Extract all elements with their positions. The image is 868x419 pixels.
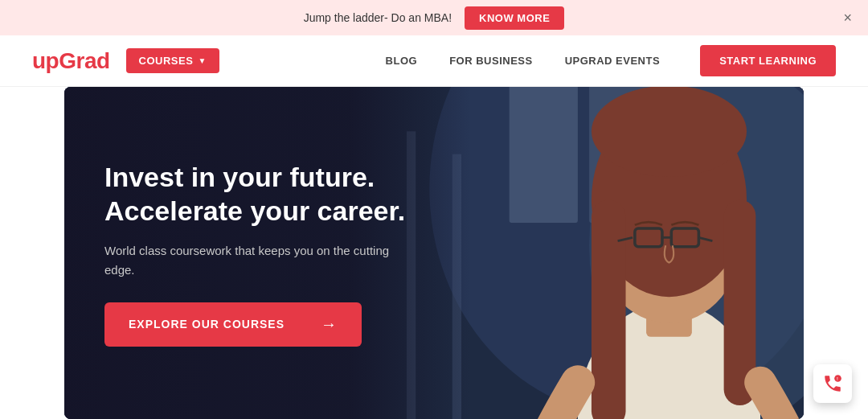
arrow-right-icon: → xyxy=(321,315,338,334)
explore-courses-label: EXPLORE OUR COURSES xyxy=(129,318,285,331)
call-support-widget[interactable]: ! xyxy=(813,364,852,403)
hero-content: Invest in your future. Accelerate your c… xyxy=(64,87,471,419)
logo-grad: Grad xyxy=(59,48,109,73)
phone-icon: ! xyxy=(822,373,843,394)
hero-heading: Invest in your future. Accelerate your c… xyxy=(104,160,431,228)
svg-rect-10 xyxy=(592,199,626,419)
nav-link-for-business[interactable]: FOR BUSINESS xyxy=(449,55,533,67)
announcement-bar: Jump the ladder- Do an MBA! KNOW MORE × xyxy=(0,0,868,35)
know-more-button[interactable]: KNOW MORE xyxy=(465,6,564,30)
logo: upGrad xyxy=(32,48,110,74)
nav-links: BLOG FOR BUSINESS UPGRAD EVENTS START LE… xyxy=(386,45,836,76)
announcement-text: Jump the ladder- Do an MBA! xyxy=(304,11,452,24)
chevron-down-icon: ▼ xyxy=(198,56,206,65)
svg-rect-3 xyxy=(510,87,578,223)
logo-up: up xyxy=(32,48,59,73)
close-announcement-button[interactable]: × xyxy=(843,10,852,25)
start-learning-button[interactable]: START LEARNING xyxy=(700,45,836,76)
nav-link-blog[interactable]: BLOG xyxy=(386,55,418,67)
navbar: upGrad COURSES ▼ BLOG FOR BUSINESS UPGRA… xyxy=(0,35,868,87)
hero-section: Invest in your future. Accelerate your c… xyxy=(64,87,804,419)
courses-label: COURSES xyxy=(139,55,194,67)
hero-subtext: World class coursework that keeps you on… xyxy=(104,241,410,280)
nav-link-upgrad-events[interactable]: UPGRAD EVENTS xyxy=(565,55,660,67)
svg-point-12 xyxy=(592,87,747,177)
svg-text:!: ! xyxy=(837,376,838,381)
courses-dropdown-button[interactable]: COURSES ▼ xyxy=(126,48,219,73)
explore-courses-button[interactable]: EXPLORE OUR COURSES → xyxy=(104,302,362,347)
